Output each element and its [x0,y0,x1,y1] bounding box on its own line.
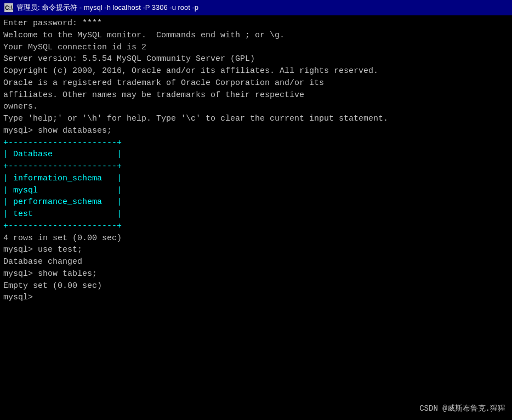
terminal-line-8: Oracle is a registered trademark of Orac… [3,77,509,89]
terminal-line-4: Server version: 5.5.54 MySQL Community S… [3,53,509,65]
title-bar-icon: C:\ [4,3,13,12]
terminal-line-1: Enter password: **** [3,18,509,30]
terminal-line-6: Copyright (c) 2000, 2016, Oracle and/or … [3,65,509,77]
terminal-line-3: Your MySQL connection id is 2 [3,42,509,54]
terminal-line-17: +----------------------+ [3,161,509,173]
title-bar-label: 管理员: 命令提示符 - mysql -h localhost -P 3306 … [16,3,198,13]
terminal-line-12: Type 'help;' or '\h' for help. Type '\c'… [3,113,509,125]
terminal-line-10: owners. [3,101,509,113]
terminal-line-23: 4 rows in set (0.00 sec) [3,232,509,245]
terminal-line-20: | performance_schema | [3,196,509,208]
terminal[interactable]: Enter password: **** Welcome to the MySQ… [0,15,512,420]
terminal-line-2: Welcome to the MySQL monitor. Commands e… [3,30,509,42]
title-bar: C:\ 管理员: 命令提示符 - mysql -h localhost -P 3… [0,0,512,15]
terminal-line-26: Database changed [3,256,509,268]
terminal-line-25: mysql> use test; [3,244,509,256]
watermark: CSDN @威斯布鲁克.猩猩 [419,404,505,413]
terminal-line-22: +----------------------+ [3,220,509,232]
terminal-line-21: | test | [3,208,509,220]
terminal-line-16: | Database | [3,149,509,161]
terminal-line-14: mysql> show databases; [3,125,509,137]
terminal-line-27: mysql> show tables; [3,268,509,280]
terminal-line-28: Empty set (0.00 sec) [3,280,509,292]
terminal-line-15: +----------------------+ [3,137,509,149]
terminal-line-18: | information_schema | [3,173,509,185]
terminal-line-9: affiliates. Other names may be trademark… [3,89,509,101]
terminal-line-19: | mysql | [3,185,509,197]
terminal-prompt[interactable]: mysql> [3,292,509,304]
